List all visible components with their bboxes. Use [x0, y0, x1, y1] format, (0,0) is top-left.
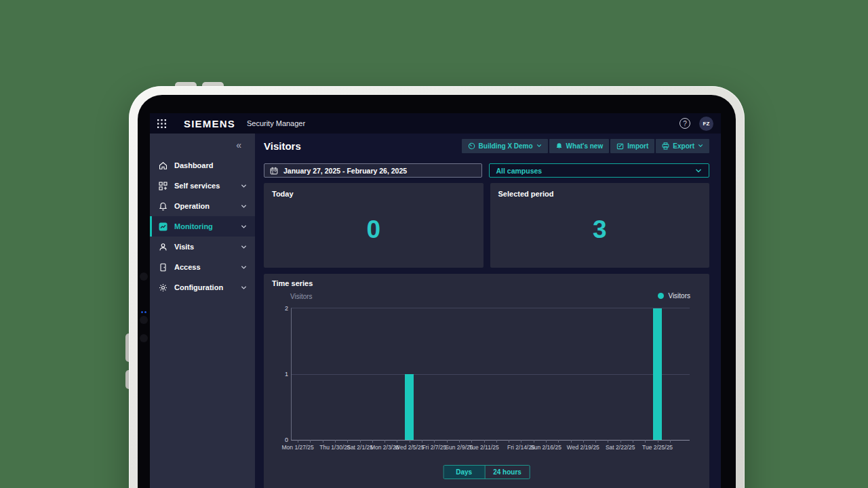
app-launcher-icon[interactable]: [157, 119, 166, 128]
x-tick-mark: [471, 440, 472, 443]
y-tick-label: 0: [285, 436, 288, 443]
stat-title: Today: [272, 190, 294, 198]
sidebar-collapse-icon[interactable]: «: [150, 138, 255, 155]
toolbar: Building X Demo What': [462, 139, 709, 153]
main-content: Visitors Building X Demo: [255, 134, 721, 488]
chart-legend: Visitors: [658, 292, 690, 300]
stat-title: Selected period: [498, 190, 554, 198]
x-tick-mark: [323, 440, 323, 443]
chart-y-axis-label: Visitors: [290, 293, 313, 300]
x-tick-label: Sat 2/1/25: [347, 444, 373, 451]
x-tick-mark: [509, 440, 509, 443]
chart-icon: [159, 222, 167, 231]
toggle-24hours-button[interactable]: 24 hours: [484, 466, 530, 479]
x-tick-mark: [397, 440, 397, 443]
x-tick-mark: [571, 440, 572, 443]
campus-select-value: All campuses: [496, 167, 542, 175]
building-selector-button[interactable]: Building X Demo: [462, 139, 548, 153]
sensor-dot-2: [144, 311, 146, 313]
x-tick-mark: [546, 440, 547, 443]
person-icon: [159, 243, 167, 251]
front-camera-1: [140, 272, 148, 281]
chevron-down-icon: [698, 143, 703, 148]
chevron-down-icon: [241, 285, 247, 291]
x-tick-mark: [422, 440, 422, 443]
x-tick-mark: [372, 440, 373, 443]
x-tick-mark: [384, 440, 385, 443]
sidebar-item-self-services[interactable]: Self services: [150, 176, 255, 196]
door-icon: [159, 263, 167, 272]
x-tick-mark: [534, 440, 534, 443]
whats-new-button[interactable]: What's new: [549, 139, 610, 153]
sidebar-item-dashboard[interactable]: Dashboard: [150, 155, 255, 176]
sidebar-item-access[interactable]: Access: [150, 257, 255, 277]
app-title: Security Manager: [247, 119, 305, 127]
x-tick-mark: [447, 440, 448, 443]
x-tick-mark: [658, 440, 658, 443]
chevron-down-icon: [241, 264, 247, 270]
x-tick-label: Tue 2/11/25: [469, 444, 498, 451]
chevron-down-icon: [241, 244, 247, 250]
front-camera-3: [140, 334, 148, 342]
sensor-dot-1: [141, 311, 143, 313]
x-tick-label: Tue 2/25/25: [642, 444, 673, 451]
chevron-down-icon: [536, 143, 542, 148]
date-range-value: January 27, 2025 - February 26, 2025: [283, 167, 407, 175]
sidebar: « Dashboard: [150, 134, 255, 488]
x-tick-label: Wed 2/19/25: [567, 444, 599, 451]
chevron-down-icon: [241, 203, 247, 209]
gridline: [292, 374, 690, 375]
x-tick-label: Sat 2/22/25: [606, 444, 635, 451]
time-series-card: Time series Visitors Visitors 012Mon 1/2…: [264, 274, 709, 488]
toggle-days-button[interactable]: Days: [443, 466, 484, 479]
import-button[interactable]: Import: [610, 139, 654, 153]
x-tick-mark: [459, 440, 460, 443]
campus-select[interactable]: All campuses: [489, 163, 710, 178]
x-tick-label: Wed 2/5/25: [395, 444, 424, 451]
x-tick-mark: [410, 440, 410, 443]
top-bar: SIEMENS Security Manager ? FZ: [150, 113, 721, 134]
help-icon[interactable]: ?: [679, 118, 690, 129]
sidebar-item-monitoring[interactable]: Monitoring: [150, 216, 255, 237]
chevron-down-icon: [241, 224, 247, 230]
stat-value: 0: [264, 216, 484, 244]
chevron-down-icon: [695, 167, 702, 174]
stat-card-selected-period: Selected period 3: [490, 183, 710, 268]
x-tick-label: Mon 1/27/25: [282, 444, 314, 451]
page-title: Visitors: [264, 140, 301, 152]
x-tick-label: Thu 1/30/25: [319, 444, 350, 451]
security-manager-app: SIEMENS Security Manager ? FZ « Dashboar: [150, 113, 721, 488]
x-tick-mark: [310, 440, 311, 443]
x-tick-mark: [347, 440, 348, 443]
date-range-picker[interactable]: January 27, 2025 - February 26, 2025: [264, 163, 482, 178]
gear-icon: [159, 283, 167, 292]
tablet-frame: SIEMENS Security Manager ? FZ « Dashboar: [129, 86, 745, 488]
x-tick-mark: [521, 440, 521, 443]
home-icon: [159, 161, 167, 170]
x-tick-mark: [670, 440, 671, 443]
printer-icon: [662, 142, 669, 150]
siemens-logo: SIEMENS: [184, 118, 235, 129]
y-tick-label: 1: [285, 371, 288, 378]
avatar[interactable]: FZ: [699, 117, 713, 131]
x-tick-mark: [558, 440, 559, 443]
x-tick-mark: [645, 440, 646, 443]
x-tick-label: Fri 2/7/25: [422, 444, 446, 451]
x-tick-mark: [608, 440, 608, 443]
sidebar-item-visits[interactable]: Visits: [150, 237, 255, 257]
x-tick-mark: [298, 440, 298, 443]
chart-bar: [405, 374, 414, 440]
building-x-icon: [468, 142, 475, 150]
chart-title: Time series: [272, 279, 313, 287]
stat-card-today: Today 0: [264, 183, 484, 268]
chart-plot: 012Mon 1/27/25Thu 1/30/25Sat 2/1/25Mon 2…: [291, 308, 690, 441]
bell-icon: [159, 202, 167, 211]
sidebar-item-configuration[interactable]: Configuration: [150, 277, 255, 298]
sidebar-item-operation[interactable]: Operation: [150, 196, 255, 216]
chart-bar: [653, 308, 662, 440]
front-camera-2: [140, 316, 148, 324]
x-tick-label: Sun 2/16/25: [530, 444, 561, 451]
bell-icon: [555, 142, 563, 150]
x-tick-mark: [620, 440, 621, 443]
export-button[interactable]: Export: [656, 139, 709, 153]
